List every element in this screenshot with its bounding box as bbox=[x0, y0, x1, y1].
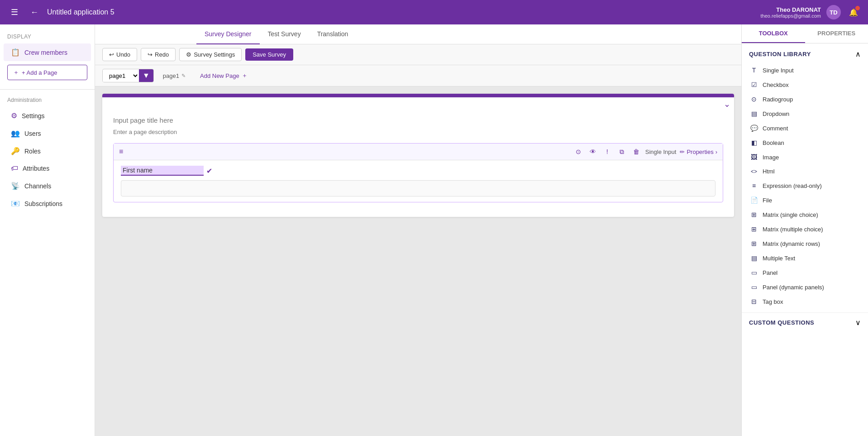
roles-label: Roles bbox=[24, 148, 41, 155]
expression-icon: ≡ bbox=[750, 182, 758, 189]
single-input-label: Single Input bbox=[763, 67, 794, 74]
page-description-input[interactable] bbox=[113, 129, 723, 135]
properties-label: Properties bbox=[687, 149, 713, 155]
multiple-text-label: Multiple Text bbox=[763, 255, 795, 262]
redo-label: Redo bbox=[155, 51, 169, 58]
toolbox-item-file[interactable]: 📄 File bbox=[745, 193, 864, 207]
back-icon[interactable]: ← bbox=[27, 5, 42, 19]
confirm-icon[interactable]: ✔ bbox=[206, 167, 212, 175]
sidebar-item-users[interactable]: 👥 Users bbox=[4, 125, 91, 142]
toolbox-item-expression[interactable]: ≡ Expression (read-only) bbox=[745, 178, 864, 193]
page-select[interactable]: page1 bbox=[103, 70, 139, 82]
page-select-wrapper: page1 ▼ bbox=[102, 69, 154, 82]
sidebar-item-roles[interactable]: 🔑 Roles bbox=[4, 142, 91, 160]
properties-button[interactable]: ✏ Properties › bbox=[680, 149, 717, 155]
attributes-icon: 🏷 bbox=[11, 164, 18, 172]
users-label: Users bbox=[24, 130, 41, 137]
toolbox-items: T Single Input ☑ Checkbox ⊙ Radiogroup ▤… bbox=[742, 63, 868, 312]
gear-icon: ⚙ bbox=[186, 51, 191, 58]
content-area: Survey Designer Test Survey Translation … bbox=[95, 24, 741, 436]
question-body: ✔ bbox=[114, 160, 723, 202]
toolbox-item-dropdown[interactable]: ▤ Dropdown bbox=[745, 106, 864, 121]
sidebar-item-settings[interactable]: ⚙ Settings bbox=[4, 107, 91, 125]
matrix-multiple-icon: ⊞ bbox=[750, 225, 758, 233]
visibility-icon[interactable]: 👁 bbox=[587, 146, 598, 157]
comment-icon: 💬 bbox=[750, 125, 758, 132]
toolbox-item-image[interactable]: 🖼 Image bbox=[745, 150, 864, 164]
subscriptions-label: Subscriptions bbox=[24, 200, 62, 207]
matrix-single-icon: ⊞ bbox=[750, 211, 758, 218]
delete-icon[interactable]: 🗑 bbox=[631, 146, 642, 157]
toolbox-item-radiogroup[interactable]: ⊙ Radiogroup bbox=[745, 92, 864, 106]
navbar: ☰ ← Untitled application 5 Theo DARONAT … bbox=[0, 0, 868, 24]
tag-box-label: Tag box bbox=[763, 298, 783, 305]
answer-placeholder bbox=[121, 180, 715, 196]
toolbox-item-checkbox[interactable]: ☑ Checkbox bbox=[745, 77, 864, 92]
add-new-page-button[interactable]: Add New Page ＋ bbox=[195, 69, 253, 82]
tab-toolbox[interactable]: TOOLBOX bbox=[742, 24, 805, 43]
settings-icon: ⚙ bbox=[11, 111, 17, 120]
question-toolbar: ≡ ⊙ 👁 ! ⧉ 🗑 Single Input ✏ Properties bbox=[114, 144, 723, 160]
expression-label: Expression (read-only) bbox=[763, 182, 822, 189]
add-page-button[interactable]: ＋ + Add a Page bbox=[7, 65, 87, 80]
toolbox-item-single-input[interactable]: T Single Input bbox=[745, 63, 864, 77]
boolean-icon: ◧ bbox=[750, 139, 758, 146]
tag-box-icon: ⊟ bbox=[750, 298, 758, 305]
page-select-arrow[interactable]: ▼ bbox=[139, 69, 153, 82]
checkbox-label: Checkbox bbox=[763, 81, 789, 88]
sidebar-item-subscriptions[interactable]: 📧 Subscriptions bbox=[4, 195, 91, 212]
matrix-dynamic-icon: ⊞ bbox=[750, 240, 758, 247]
survey-settings-button[interactable]: ⚙ Survey Settings bbox=[179, 48, 242, 61]
required-icon[interactable]: ! bbox=[602, 146, 613, 157]
toolbox-item-tag-box[interactable]: ⊟ Tag box bbox=[745, 294, 864, 309]
redo-button[interactable]: ↪ Redo bbox=[141, 48, 176, 61]
display-label: Display bbox=[0, 32, 95, 43]
toolbox-item-panel-dynamic[interactable]: ▭ Panel (dynamic panels) bbox=[745, 280, 864, 294]
toolbox-item-multiple-text[interactable]: ▤ Multiple Text bbox=[745, 251, 864, 265]
radiogroup-icon: ⊙ bbox=[750, 96, 758, 103]
image-icon: 🖼 bbox=[750, 153, 758, 161]
notification-badge bbox=[855, 6, 860, 10]
tab-survey-designer[interactable]: Survey Designer bbox=[196, 24, 260, 44]
toolbox-item-matrix-dynamic[interactable]: ⊞ Matrix (dynamic rows) bbox=[745, 236, 864, 251]
menu-icon[interactable]: ☰ bbox=[7, 5, 22, 19]
tab-translation[interactable]: Translation bbox=[309, 24, 357, 44]
tab-test-survey[interactable]: Test Survey bbox=[260, 24, 309, 44]
toolbox-item-matrix-multiple[interactable]: ⊞ Matrix (multiple choice) bbox=[745, 222, 864, 236]
save-survey-button[interactable]: Save Survey bbox=[245, 48, 293, 61]
page-title-input[interactable] bbox=[113, 116, 723, 124]
toolbox-item-panel[interactable]: ▭ Panel bbox=[745, 265, 864, 280]
undo-button[interactable]: ↩ Undo bbox=[102, 48, 137, 61]
collapse-page-button[interactable]: ⌄ bbox=[724, 99, 730, 109]
toolbox-item-html[interactable]: <> Html bbox=[745, 164, 864, 178]
question-type-label: Single Input bbox=[645, 149, 677, 155]
toolbox-item-matrix-single[interactable]: ⊞ Matrix (single choice) bbox=[745, 207, 864, 222]
settings-label: Settings bbox=[22, 112, 45, 120]
multiple-text-icon: ▤ bbox=[750, 254, 758, 262]
sidebar-item-crew-members[interactable]: 📋 Crew members bbox=[4, 43, 91, 61]
checkbox-icon: ☑ bbox=[750, 81, 758, 88]
avatar[interactable]: TD bbox=[826, 5, 841, 19]
page1-tab[interactable]: page1 ✎ bbox=[157, 70, 191, 81]
boolean-label: Boolean bbox=[763, 139, 784, 146]
survey-canvas: ⌄ ≡ ⊙ 👁 ! ⧉ 🗑 bbox=[95, 86, 741, 436]
settings-icon[interactable]: ⊙ bbox=[573, 146, 584, 157]
sidebar-item-attributes[interactable]: 🏷 Attributes bbox=[4, 160, 91, 177]
comment-label: Comment bbox=[763, 125, 788, 132]
right-panel-wrapper: TOOLBOX PROPERTIES QUESTION LIBRARY ∧ T … bbox=[741, 24, 868, 436]
custom-questions-header[interactable]: CUSTOM QUESTIONS ∨ bbox=[742, 312, 868, 332]
toolbox-item-comment[interactable]: 💬 Comment bbox=[745, 121, 864, 135]
file-label: File bbox=[763, 197, 772, 204]
channels-label: Channels bbox=[24, 182, 51, 190]
tab-properties[interactable]: PROPERTIES bbox=[805, 24, 868, 43]
drag-handle-icon[interactable]: ≡ bbox=[119, 148, 123, 156]
document-icon: 📋 bbox=[11, 48, 20, 57]
question-library-header[interactable]: QUESTION LIBRARY ∧ bbox=[742, 43, 868, 63]
question-title-input[interactable] bbox=[121, 166, 204, 176]
toolbox-item-boolean[interactable]: ◧ Boolean bbox=[745, 135, 864, 150]
matrix-multiple-label: Matrix (multiple choice) bbox=[763, 226, 823, 233]
copy-icon[interactable]: ⧉ bbox=[616, 146, 627, 157]
notification-button[interactable]: 🔔 bbox=[846, 5, 861, 19]
sidebar-item-channels[interactable]: 📡 Channels bbox=[4, 177, 91, 195]
undo-icon: ↩ bbox=[109, 51, 114, 58]
